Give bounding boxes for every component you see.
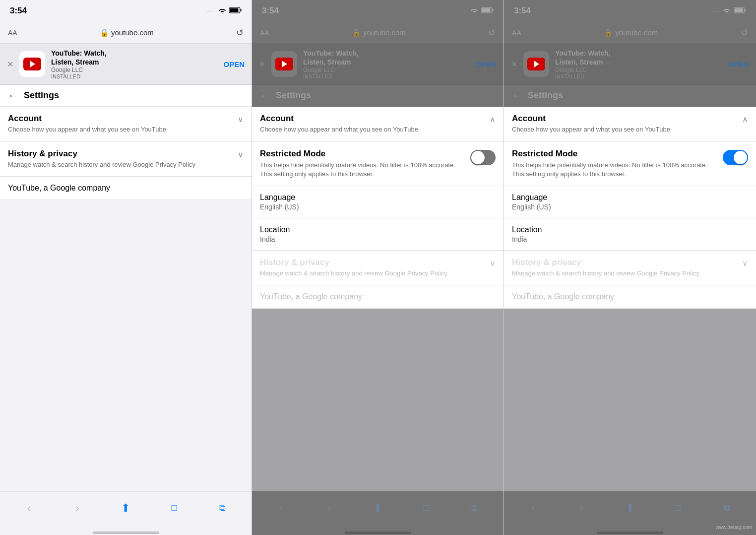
url-2[interactable]: 🔒 youtube.com (352, 28, 406, 37)
back-nav-2[interactable]: ‹ (271, 502, 291, 515)
history-title-2: History & privacy (260, 258, 490, 268)
location-value-2: India (260, 235, 496, 243)
panel-1: 3:54 ···· AA 🔒 youtube.com ↺ ✕ YouTube: … (0, 0, 252, 535)
back-arrow-1[interactable]: ← (8, 90, 18, 101)
toggle-thumb-3 (734, 151, 747, 164)
app-info-1: YouTube: Watch,Listen, Stream Google LLC… (51, 49, 217, 79)
history-text-1: History & privacy Manage watch & search … (8, 149, 238, 169)
location-label-3: Location (512, 225, 748, 234)
home-indicator-1 (0, 532, 252, 535)
status-icons-2: ···· (459, 7, 494, 15)
share-btn-1[interactable]: ⬆ (116, 502, 135, 515)
app-banner-3: ✕ YouTube: Watch,Listen, Stream Google L… (504, 44, 756, 85)
app-info-3: YouTube: Watch,Listen, Stream Google LLC… (555, 49, 722, 79)
back-nav-3[interactable]: ‹ (523, 502, 543, 515)
restricted-title-3: Restricted Mode (512, 149, 718, 159)
history-chevron-2: ∨ (490, 259, 496, 268)
open-btn-3[interactable]: OPEN (728, 60, 749, 68)
restricted-toggle-3[interactable] (723, 150, 748, 165)
language-value-2: English (US) (260, 203, 496, 211)
restricted-text-3: Restricted Mode This helps hide potentia… (512, 149, 718, 179)
tabs-btn-3[interactable]: ⧉ (717, 503, 737, 513)
footer-row-2: YouTube, a Google company (252, 285, 504, 309)
location-row-2[interactable]: Location India (252, 218, 504, 251)
forward-nav-2[interactable]: › (319, 502, 339, 515)
wifi-icon-2 (470, 7, 478, 15)
restricted-toggle-2[interactable] (470, 150, 496, 165)
account-text-2: Account Choose how you appear and what y… (260, 114, 490, 134)
status-bar-1: 3:54 ···· (0, 0, 252, 22)
history-section-3[interactable]: History & privacy Manage watch & search … (504, 251, 756, 285)
content-1: Account Choose how you appear and what y… (0, 107, 252, 491)
history-section-1[interactable]: History & privacy Manage watch & search … (0, 142, 252, 177)
url-1[interactable]: 🔒 youtube.com (100, 28, 154, 37)
address-bar-3: AA 🔒 youtube.com ↺ (504, 22, 756, 44)
url-3[interactable]: 🔒 youtube.com (604, 28, 658, 37)
app-banner-2: ✕ YouTube: Watch,Listen, Stream Google L… (252, 44, 504, 85)
share-btn-2[interactable]: ⬆ (368, 502, 387, 515)
app-name-2: YouTube: Watch,Listen, Stream (303, 49, 469, 67)
banner-close-3[interactable]: ✕ (511, 60, 517, 69)
language-label-3: Language (512, 193, 748, 202)
restricted-row-3: Restricted Mode This helps hide potentia… (504, 142, 756, 186)
aa-label-2[interactable]: AA (260, 29, 269, 37)
back-arrow-2[interactable]: ← (260, 90, 270, 101)
app-company-3: Google LLC (555, 67, 722, 73)
signal-icon-3: ···· (712, 8, 720, 14)
history-subtitle-3: Manage watch & search history and review… (512, 269, 742, 278)
language-value-3: English (US) (512, 203, 748, 211)
bookmarks-btn-3[interactable]: □ (669, 503, 689, 513)
forward-nav-3[interactable]: › (571, 502, 591, 515)
home-indicator-2 (252, 532, 504, 535)
yt-logo-1 (23, 58, 41, 70)
panel-2: 3:54 ···· AA 🔒 youtube.com ↺ ✕ YouTube: … (252, 0, 504, 535)
back-arrow-3[interactable]: ← (512, 90, 522, 101)
account-text-1: Account Choose how you appear and what y… (8, 114, 238, 134)
footer-row-3: YouTube, a Google company (504, 285, 756, 309)
language-row-2[interactable]: Language English (US) (252, 186, 504, 218)
account-section-2[interactable]: Account Choose how you appear and what y… (252, 107, 504, 141)
history-section-2[interactable]: History & privacy Manage watch & search … (252, 251, 504, 285)
wifi-icon (218, 7, 226, 15)
bookmarks-btn-2[interactable]: □ (416, 503, 436, 513)
app-status-2: INSTALLED (303, 73, 469, 79)
restricted-row-2: Restricted Mode This helps hide potentia… (252, 142, 504, 186)
banner-close-2[interactable]: ✕ (259, 60, 265, 69)
banner-close-1[interactable]: ✕ (7, 60, 13, 69)
reload-btn-1[interactable]: ↺ (236, 27, 244, 38)
lock-icon-1: 🔒 (100, 28, 109, 37)
location-row-3[interactable]: Location India (504, 218, 756, 251)
settings-title-2: Settings (276, 90, 311, 101)
settings-header-2: ← Settings (252, 85, 504, 107)
battery-icon-2 (481, 7, 494, 15)
language-row-3[interactable]: Language English (US) (504, 186, 756, 218)
language-label-2: Language (260, 193, 496, 202)
app-company-2: Google LLC (303, 67, 469, 73)
footer-row-1: YouTube, a Google company (0, 177, 252, 200)
account-title-2: Account (260, 114, 490, 124)
browser-bar-2: ‹ › ⬆ □ ⧉ (252, 491, 504, 532)
footer-label-3: YouTube, a Google company (512, 292, 748, 301)
forward-nav-1[interactable]: › (67, 502, 87, 515)
reload-btn-2[interactable]: ↺ (488, 27, 496, 38)
tabs-btn-1[interactable]: ⧉ (212, 503, 232, 513)
app-status-3: INSTALLED (555, 73, 722, 79)
app-info-2: YouTube: Watch,Listen, Stream Google LLC… (303, 49, 469, 79)
open-btn-1[interactable]: OPEN (223, 60, 245, 68)
address-bar-1: AA 🔒 youtube.com ↺ (0, 22, 252, 44)
aa-label-3[interactable]: AA (512, 29, 521, 37)
open-btn-2[interactable]: OPEN (475, 60, 497, 68)
account-section-1[interactable]: Account Choose how you appear and what y… (0, 107, 252, 141)
signal-icon: ···· (207, 8, 215, 14)
app-banner-1: ✕ YouTube: Watch,Listen, Stream Google L… (0, 44, 252, 85)
footer-label-2: YouTube, a Google company (260, 292, 496, 301)
bookmarks-btn-1[interactable]: □ (164, 503, 184, 513)
account-section-3[interactable]: Account Choose how you appear and what y… (504, 107, 756, 141)
aa-label-1[interactable]: AA (8, 29, 17, 37)
back-nav-1[interactable]: ‹ (19, 502, 39, 515)
history-chevron-1: ∨ (238, 150, 244, 159)
reload-btn-3[interactable]: ↺ (741, 27, 748, 38)
content-2: Account Choose how you appear and what y… (252, 107, 504, 491)
share-btn-3[interactable]: ⬆ (620, 502, 640, 515)
tabs-btn-2[interactable]: ⧉ (464, 503, 484, 513)
